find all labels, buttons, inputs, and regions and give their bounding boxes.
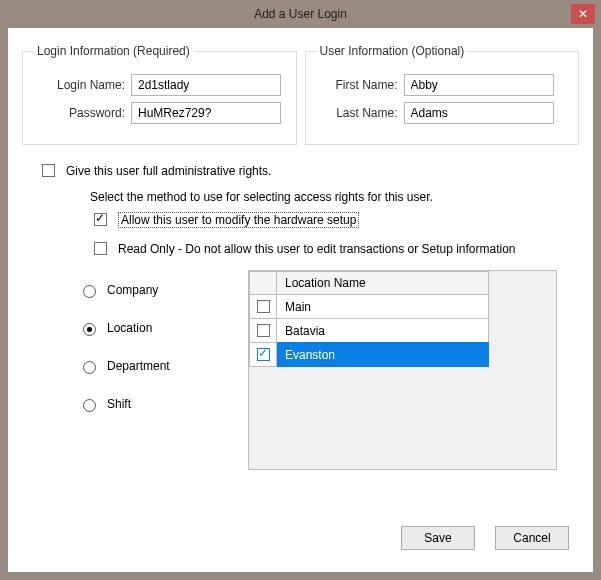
first-name-input[interactable] <box>404 74 554 96</box>
read-only-label: Read Only - Do not allow this user to ed… <box>118 242 516 256</box>
location-grid: Location Name Main Batavia Evanston <box>249 271 489 367</box>
password-label: Password: <box>33 106 125 120</box>
scope-location-label: Location <box>107 321 152 335</box>
read-only-checkbox[interactable] <box>94 242 107 255</box>
table-row[interactable]: Evanston <box>249 343 489 367</box>
titlebar: Add a User Login ✕ <box>0 0 601 28</box>
location-grid-panel: Location Name Main Batavia Evanston <box>248 270 557 470</box>
grid-row-checkbox[interactable] <box>257 324 270 337</box>
scope-department-radio[interactable] <box>83 361 96 374</box>
grid-row-checkbox[interactable] <box>257 348 270 361</box>
login-name-input[interactable] <box>131 74 281 96</box>
grid-header-row: Location Name <box>249 271 489 295</box>
login-info-legend: Login Information (Required) <box>33 44 194 58</box>
window-frame: Add a User Login ✕ Login Information (Re… <box>0 0 601 580</box>
last-name-input[interactable] <box>404 102 554 124</box>
full-admin-label: Give this user full administrative right… <box>66 164 271 178</box>
table-row[interactable]: Batavia <box>249 319 489 343</box>
scope-location-radio[interactable] <box>83 323 96 336</box>
scope-shift-radio[interactable] <box>83 399 96 412</box>
login-name-label: Login Name: <box>33 78 125 92</box>
scope-company-radio[interactable] <box>83 285 96 298</box>
close-button[interactable]: ✕ <box>571 4 595 24</box>
last-name-label: Last Name: <box>316 106 398 120</box>
table-row[interactable]: Main <box>249 295 489 319</box>
grid-row-name: Main <box>277 294 489 319</box>
grid-header-name: Location Name <box>277 271 489 295</box>
grid-row-name: Batavia <box>277 318 489 343</box>
grid-header-check <box>249 271 277 295</box>
scope-company-label: Company <box>107 283 158 297</box>
allow-hardware-checkbox[interactable] <box>94 213 107 226</box>
save-button[interactable]: Save <box>401 526 475 550</box>
full-admin-checkbox[interactable] <box>42 164 55 177</box>
allow-hardware-label: Allow this user to modify the hardware s… <box>118 212 359 228</box>
scope-shift-label: Shift <box>107 397 131 411</box>
close-icon: ✕ <box>578 8 588 20</box>
instruction-text: Select the method to use for selecting a… <box>90 190 563 204</box>
user-info-group: User Information (Optional) First Name: … <box>305 44 580 145</box>
client-area: Login Information (Required) Login Name:… <box>8 28 593 572</box>
scope-department-label: Department <box>107 359 170 373</box>
cancel-button[interactable]: Cancel <box>495 526 569 550</box>
first-name-label: First Name: <box>316 78 398 92</box>
scope-radio-group: Company Location Department Shift <box>78 270 248 470</box>
login-info-group: Login Information (Required) Login Name:… <box>22 44 297 145</box>
grid-row-name: Evanston <box>277 342 489 367</box>
user-info-legend: User Information (Optional) <box>316 44 469 58</box>
grid-row-checkbox[interactable] <box>257 300 270 313</box>
password-input[interactable] <box>131 102 281 124</box>
window-title: Add a User Login <box>0 7 601 21</box>
